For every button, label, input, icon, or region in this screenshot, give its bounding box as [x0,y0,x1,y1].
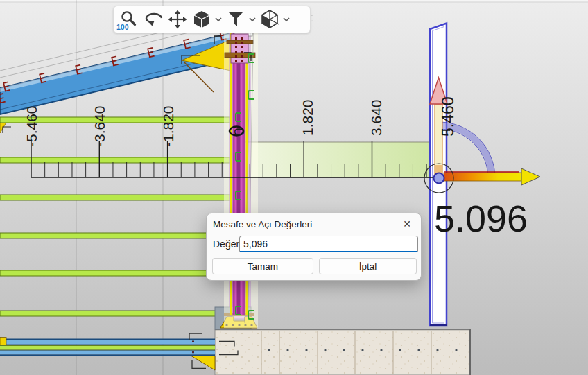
pan-button[interactable] [165,7,189,32]
wall-anchor-dot [455,349,457,351]
cancel-button[interactable]: İptal [319,258,417,274]
ok-button[interactable]: Tamam [212,258,313,274]
ruler-label: -1.820 [160,105,176,147]
shaded-view-dropdown[interactable] [214,7,223,32]
rotate-button[interactable] [141,7,165,32]
measure-band [240,142,430,177]
shaded-view-button[interactable] [189,7,214,32]
girt-beam [0,157,232,163]
wall-anchor-dot [361,349,363,351]
axonometric-cube-icon [259,9,280,30]
chevron-down-icon [215,17,222,22]
filter-dropdown[interactable] [248,7,257,32]
wall-anchor-dot [399,349,401,351]
girt-beam [0,270,232,276]
dialog-title: Mesafe ve Açı Değerleri [213,219,312,229]
value-field-label: Değer [213,238,239,250]
rotate-icon [143,11,164,28]
drawing-canvas[interactable]: -5.460-3.640-1.82001.8203.640 5.460 5.09… [0,0,588,375]
value-input[interactable]: 5,096 [239,236,418,252]
cad-viewport: -5.460-3.640-1.82001.8203.640 5.460 5.09… [0,0,588,375]
ruler-label: 0 [231,128,247,136]
close-icon[interactable]: ✕ [401,218,413,230]
view-orientation-button[interactable] [257,7,282,32]
ruler-label: 3.640 [368,99,384,136]
zoom-level-label: 100 [116,23,129,31]
wall-anchor-dot [286,349,288,351]
distance-value: 5.096 [434,198,528,239]
ruler-label: -5.460 [24,105,40,147]
wall-anchor-dot [380,349,382,351]
end-plate [231,34,248,63]
ruler-label: 1.820 [300,99,315,136]
wall-anchor-dot [343,349,345,351]
concrete-wall [215,329,470,375]
funnel-icon [227,10,245,28]
chevron-down-icon [249,17,256,22]
girt-beam [0,195,232,200]
view-orientation-dropdown[interactable] [282,7,291,32]
zoom-button[interactable]: 100 [116,7,141,32]
distance-angle-dialog: Mesafe ve Açı Değerleri ✕ Değer 5,096 Ta… [206,213,422,281]
girt-beam [0,311,232,316]
vertical-axis-label: 5.460 [439,96,457,137]
value-text: 5,096 [243,238,268,250]
viewport-top-strip [0,0,588,2]
wall-anchor-dot [436,349,438,351]
wall-anchor-dot [305,349,307,351]
ruler-label: -3.640 [92,105,107,147]
pan-icon [168,10,187,29]
view-toolbar: 100 [113,6,311,33]
wall-anchor-dot [417,349,420,351]
cube-icon [192,10,211,29]
girt-beam [0,233,232,238]
wall-anchor-dot [324,349,326,351]
chevron-down-icon [283,17,290,22]
wall-anchor-dot [268,349,270,351]
filter-button[interactable] [223,7,248,32]
